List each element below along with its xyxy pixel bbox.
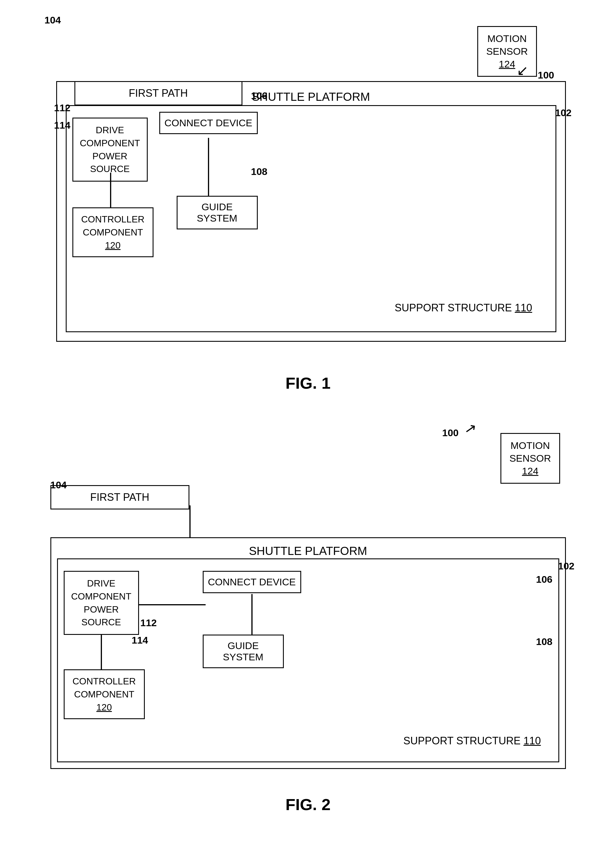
controller-box-2: CONTROLLER COMPONENT 120 (64, 670, 145, 719)
support-label-2: SUPPORT STRUCTURE 110 (404, 735, 541, 747)
drive-line4-2: SOURCE (82, 617, 121, 627)
guide-system-box-1: GUIDE SYSTEM (177, 196, 258, 229)
label-114-1: 114 (54, 119, 71, 131)
controller-line1-1: CONTROLLER (81, 214, 145, 225)
connect-device-box-2: CONNECT DEVICE (203, 571, 301, 593)
motion-sensor-ref-2: 124 (522, 465, 538, 476)
support-box-2: DRIVE COMPONENT POWER SOURCE CONTROLLER … (57, 558, 559, 762)
label-108-2: 108 (536, 636, 553, 648)
guide-system-line1-2: GUIDE (228, 640, 259, 651)
motion-sensor-text-1: MOTION (487, 33, 527, 44)
drive-line1-2: DRIVE (87, 578, 116, 589)
connect-device-line-1 (208, 138, 209, 201)
controller-line2-2: COMPONENT (74, 689, 134, 699)
arrow-100-2: ↙ (463, 421, 477, 439)
label-106-1: 106 (251, 90, 267, 101)
fig2-label: FIG. 2 (23, 795, 593, 814)
shuttle-platform-label-1: SHUTTLE PLATFORM (57, 86, 565, 107)
controller-line2-1: COMPONENT (83, 227, 143, 237)
controller-ref-2: 120 (96, 702, 112, 712)
drive-line-1 (110, 173, 111, 210)
guide-system-line1-1: GUIDE (201, 201, 233, 212)
outer-box-1: FIRST PATH SHUTTLE PLATFORM CONNECT DEVI… (56, 81, 566, 342)
label-106-2: 106 (536, 574, 553, 585)
drive-component-box-2: DRIVE COMPONENT POWER SOURCE (64, 571, 139, 635)
label-104-1: 104 (45, 14, 61, 26)
drive-line2-2: COMPONENT (71, 591, 132, 602)
drive-component-box-1: DRIVE COMPONENT POWER SOURCE (72, 118, 148, 182)
controller-line1-2: CONTROLLER (72, 676, 136, 687)
shuttle-platform-label-2: SHUTTLE PLATFORM (51, 541, 565, 561)
drive-line2-1: COMPONENT (80, 138, 140, 148)
guide-system-line2-2: SYSTEM (223, 651, 264, 662)
motion-sensor-box-2: MOTION SENSOR 124 (500, 433, 560, 484)
guide-system-box-2: GUIDE SYSTEM (203, 635, 284, 668)
motion-sensor-text-4: SENSOR (509, 453, 551, 464)
motion-sensor-text-2: SENSOR (486, 46, 528, 57)
figure-1-diagram: MOTION SENSOR 124 ↙ 100 FIRST PATH SHUTT… (33, 17, 583, 365)
motion-sensor-text-3: MOTION (511, 440, 550, 451)
figure-2-diagram: MOTION SENSOR 124 ↙ 100 FIRST PATH 104 S… (33, 416, 583, 786)
drive-line1-1: DRIVE (96, 125, 124, 135)
label-104-2: 104 (50, 479, 67, 490)
outer-box-2: SHUTTLE PLATFORM DRIVE COMPONENT POWER S… (50, 537, 566, 769)
motion-sensor-ref-1: 124 (499, 58, 515, 69)
figure-2-wrapper: MOTION SENSOR 124 ↙ 100 FIRST PATH 104 S… (23, 416, 593, 814)
support-box-1: CONNECT DEVICE GUIDE SYSTEM DRIVE COMPON… (66, 105, 556, 332)
label-114-2: 114 (132, 635, 148, 646)
horiz-connect-line-2 (139, 604, 206, 605)
page: MOTION SENSOR 124 ↙ 100 FIRST PATH SHUTT… (0, 0, 616, 866)
label-112-1: 112 (54, 102, 71, 113)
controller-ref-1: 120 (105, 240, 121, 250)
drive-line3-1: POWER (93, 151, 127, 161)
arrow-100-1: ↙ (517, 62, 528, 79)
drive-line3-2: POWER (84, 604, 119, 615)
guide-system-line2-1: SYSTEM (197, 212, 237, 223)
label-108-1: 108 (251, 166, 267, 177)
connect-device-box-1: CONNECT DEVICE (159, 112, 258, 134)
fig1-label: FIG. 1 (23, 374, 593, 393)
label-102-1: 102 (555, 107, 572, 118)
label-102-2: 102 (558, 560, 575, 572)
label-100-2: 100 (442, 427, 459, 439)
first-path-line-2 (189, 505, 190, 537)
connect-device-line-2 (251, 594, 253, 640)
label-112-2: 112 (140, 617, 157, 629)
first-path-box-2: FIRST PATH (50, 485, 189, 509)
controller-box-1: CONTROLLER COMPONENT 120 (72, 207, 154, 257)
drive-line-2 (101, 635, 102, 672)
label-100-1: 100 (538, 69, 554, 81)
support-label-1: SUPPORT STRUCTURE 110 (395, 302, 532, 314)
